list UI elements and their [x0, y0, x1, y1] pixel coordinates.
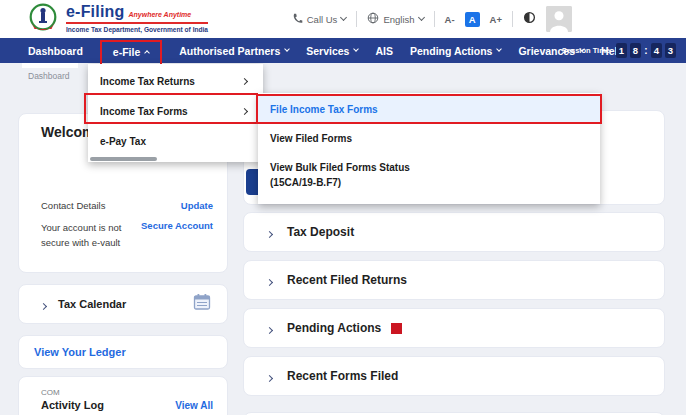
phone-icon [292, 13, 303, 26]
divider [434, 11, 435, 27]
session-timer: Session Time 1 8 : 4 3 [562, 38, 676, 63]
top-header: e-Filing Anywhere Anytime Income Tax Dep… [0, 0, 686, 38]
accordion-pending-actions[interactable]: Pending Actions [243, 308, 665, 348]
income-tax-forms-submenu: File Income Tax Forms View Filed Forms V… [258, 93, 600, 204]
user-avatar[interactable] [546, 6, 572, 32]
session-digit: 1 [616, 43, 627, 58]
nav-item-pending-actions[interactable]: Pending Actions [410, 45, 501, 57]
calendar-icon [193, 293, 211, 315]
efile-dropdown-menu: Income Tax Returns Income Tax Forms e-Pa… [88, 64, 263, 162]
chevron-down-icon [354, 46, 360, 52]
view-ledger-card: View Your Ledger [18, 335, 228, 369]
tax-calendar-card[interactable]: Tax Calendar [18, 284, 228, 324]
chevron-right-icon [267, 367, 272, 385]
nav-item-ais[interactable]: AIS [375, 45, 393, 57]
font-increase-button[interactable]: A+ [490, 14, 502, 25]
chevron-up-icon [144, 50, 150, 56]
main-navigation: Dashboard e-File Authorised Partners Ser… [0, 38, 686, 63]
contrast-toggle-icon[interactable] [523, 10, 536, 28]
globe-icon [367, 12, 379, 26]
contact-details-label: Contact Details [41, 200, 105, 211]
chevron-down-icon [340, 14, 347, 21]
accordion-recent-forms-filed[interactable]: Recent Forms Filed [243, 356, 665, 396]
session-digit: 4 [651, 43, 662, 58]
chevron-right-icon [267, 319, 272, 337]
divider [512, 11, 513, 27]
chevron-down-icon [497, 46, 503, 52]
activity-log-title: Activity Log [41, 399, 104, 411]
chevron-down-icon [284, 46, 290, 52]
chevron-right-icon [267, 223, 272, 241]
menu-item-epay-tax[interactable]: e-Pay Tax [88, 126, 263, 156]
national-emblem-icon [28, 3, 58, 40]
language-label: English [383, 14, 414, 25]
evault-warning-text: Your account is not secure with e-vault [41, 220, 121, 250]
session-digit: 3 [665, 43, 676, 58]
nav-item-efile[interactable]: e-File [100, 40, 162, 66]
divider [356, 11, 357, 27]
chevron-right-icon [41, 295, 46, 313]
font-normal-button[interactable]: A [465, 12, 480, 27]
font-decrease-button[interactable]: A- [445, 14, 455, 25]
session-digit: 8 [630, 43, 641, 58]
call-us-label: Call Us [307, 14, 338, 25]
submenu-item-file-income-tax-forms[interactable]: File Income Tax Forms [258, 95, 600, 123]
brand-logo-block: e-Filing Anywhere Anytime Income Tax Dep… [28, 3, 208, 40]
efiling-dashboard-page: e-Filing Anywhere Anytime Income Tax Dep… [0, 0, 686, 415]
menu-item-income-tax-forms[interactable]: Income Tax Forms [88, 96, 263, 126]
brand-title: e-Filing [66, 3, 124, 21]
accordion-recent-filed-returns[interactable]: Recent Filed Returns [243, 260, 665, 300]
nav-item-dashboard[interactable]: Dashboard [28, 45, 83, 57]
nav-item-authorised-partners[interactable]: Authorised Partners [179, 45, 289, 57]
menu-item-income-tax-returns[interactable]: Income Tax Returns [88, 66, 263, 96]
submenu-item-view-filed-forms[interactable]: View Filed Forms [258, 123, 600, 148]
breadcrumb: Dashboard [28, 71, 70, 81]
chevron-down-icon [418, 14, 425, 21]
view-all-link[interactable]: View All [175, 400, 213, 411]
accordion-tax-deposit[interactable]: Tax Deposit [243, 212, 665, 252]
activity-category: COM [41, 388, 60, 397]
chevron-right-icon [241, 77, 248, 84]
language-menu[interactable]: English [367, 12, 423, 26]
view-your-ledger-link[interactable]: View Your Ledger [34, 346, 126, 358]
session-time-label: Session Time [562, 46, 610, 55]
update-link[interactable]: Update [181, 200, 213, 211]
submenu-item-view-bulk-filed-forms-status[interactable]: View Bulk Filed Forms Status (15CA/19-B.… [258, 148, 450, 194]
tax-calendar-label: Tax Calendar [58, 298, 193, 310]
brand-subtitle: Income Tax Department, Government of Ind… [66, 26, 208, 33]
active-tab-indicator [22, 63, 78, 68]
session-colon: : [644, 45, 648, 56]
chevron-right-icon [267, 271, 272, 289]
chevron-right-icon [241, 107, 248, 114]
horizontal-scrollbar-thumb[interactable] [90, 157, 157, 161]
call-us-menu[interactable]: Call Us [292, 13, 347, 26]
brand-tagline: Anywhere Anytime [128, 11, 191, 18]
secure-account-link[interactable]: Secure Account [141, 220, 213, 231]
activity-log-card: COM Activity Log View All [18, 376, 228, 415]
pending-actions-badge [391, 323, 402, 334]
nav-item-services[interactable]: Services [306, 45, 358, 57]
